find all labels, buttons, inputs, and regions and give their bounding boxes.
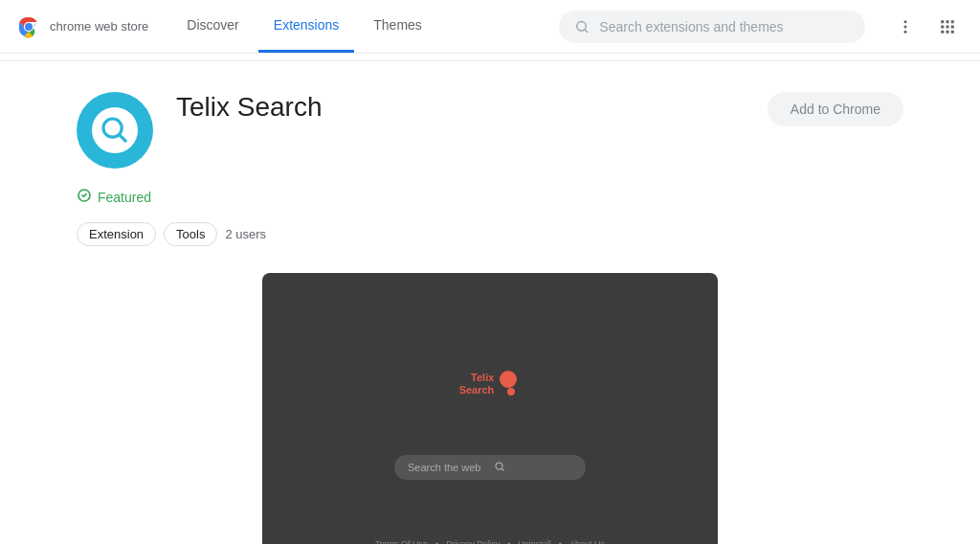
svg-point-20	[496, 463, 502, 469]
svg-point-7	[904, 30, 907, 33]
tag-extension[interactable]: Extension	[77, 222, 156, 246]
telix-logo-area: TelixSearch	[459, 371, 522, 397]
nav-extensions[interactable]: Extensions	[258, 0, 354, 53]
extension-icon-inner	[92, 107, 138, 153]
svg-point-6	[904, 25, 907, 28]
logo-link[interactable]: chrome web store	[15, 13, 148, 40]
featured-icon	[77, 188, 92, 207]
apps-button[interactable]	[930, 10, 965, 44]
footer-sep2: •	[507, 539, 510, 544]
svg-line-18	[120, 135, 125, 141]
screenshot-content: TelixSearch Search the web	[262, 351, 718, 480]
footer-about: About Us	[569, 539, 605, 544]
svg-rect-8	[941, 20, 944, 23]
footer-sep3: •	[559, 539, 562, 544]
search-bar	[559, 11, 865, 43]
svg-rect-11	[941, 25, 944, 28]
search-icon	[574, 18, 590, 35]
svg-rect-9	[947, 20, 949, 23]
screenshot-search-placeholder: Search the web	[408, 462, 486, 473]
telix-search-icon	[100, 115, 130, 146]
svg-rect-12	[947, 25, 949, 28]
tag-tools[interactable]: Tools	[164, 222, 217, 246]
footer-uninstall: Uninstall	[518, 539, 551, 544]
svg-point-5	[904, 20, 907, 23]
svg-rect-15	[947, 30, 949, 33]
featured-row: Featured	[77, 188, 903, 207]
footer-sep1: •	[435, 539, 438, 544]
svg-point-2	[25, 23, 33, 31]
screenshot-search-bar: Search the web	[394, 455, 586, 480]
svg-rect-16	[951, 30, 954, 33]
svg-rect-13	[951, 25, 954, 28]
screenshot-frame: TelixSearch Search the web	[262, 273, 718, 544]
apps-icon	[939, 18, 956, 35]
chrome-logo-icon	[15, 13, 42, 40]
featured-label: Featured	[98, 190, 151, 205]
svg-point-3	[577, 21, 587, 31]
svg-rect-14	[941, 30, 944, 33]
more-options-button[interactable]	[888, 10, 923, 44]
main-nav: Discover Extensions Themes	[171, 0, 437, 53]
header-icons	[888, 10, 965, 44]
svg-rect-10	[951, 20, 954, 23]
nav-themes[interactable]: Themes	[358, 0, 437, 53]
telix-logo-text: TelixSearch	[459, 372, 495, 397]
tags-row: Extension Tools 2 users	[77, 222, 903, 246]
svg-line-4	[585, 30, 588, 33]
header: chrome web store Discover Extensions The…	[0, 0, 980, 54]
main-content: Telix Search Add to Chrome Featured Exte…	[0, 61, 980, 544]
svg-line-21	[501, 468, 503, 470]
logo-text: chrome web store	[50, 19, 148, 34]
screenshot-footer: Terms Of Use • Privacy Policy • Uninstal…	[375, 539, 605, 544]
screenshot-wrap: TelixSearch Search the web	[77, 273, 903, 544]
nav-discover[interactable]: Discover	[171, 0, 254, 53]
search-input[interactable]	[599, 19, 850, 34]
more-vert-icon	[897, 18, 914, 35]
scroll-shadow	[0, 54, 980, 61]
extension-header: Telix Search Add to Chrome	[77, 61, 903, 188]
screenshot-search-icon	[494, 461, 572, 474]
users-count: 2 users	[225, 227, 266, 241]
footer-privacy: Privacy Policy	[446, 539, 500, 544]
add-to-chrome-button[interactable]: Add to Chrome	[768, 92, 903, 126]
extension-icon-wrap	[77, 92, 153, 169]
footer-terms: Terms Of Use	[375, 539, 428, 544]
